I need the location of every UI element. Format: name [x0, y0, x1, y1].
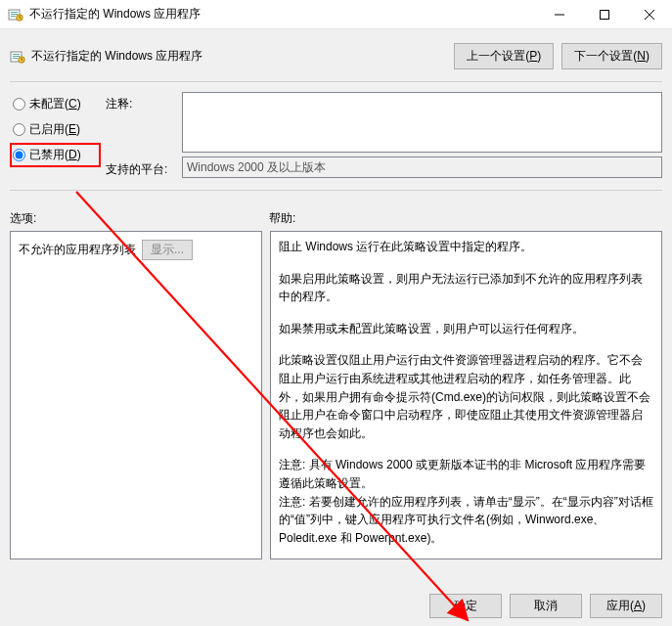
radio-enabled-label: 已启用(E) [29, 121, 80, 138]
help-panel[interactable]: 阻止 Windows 运行在此策略设置中指定的程序。 如果启用此策略设置，则用户… [270, 231, 662, 559]
minimize-icon [555, 10, 564, 20]
svg-rect-2 [11, 14, 18, 15]
config-row: 未配置(C) 已启用(E) 已禁用(D) 注释: 支持的平台: [0, 88, 672, 180]
policy-icon [10, 49, 25, 65]
radio-not-configured-label: 未配置(C) [29, 96, 81, 112]
highlight-box: 已禁用(D) [10, 143, 101, 167]
window-title: 不运行指定的 Windows 应用程序 [29, 6, 537, 22]
next-setting-button[interactable]: 下一个设置(N) [561, 43, 662, 69]
help-p1: 阻止 Windows 运行在此策略设置中指定的程序。 [279, 238, 653, 256]
help-p3: 如果禁用或未配置此策略设置，则用户可以运行任何程序。 [279, 320, 653, 338]
policy-title: 不运行指定的 Windows 应用程序 [10, 48, 446, 65]
field-column [182, 92, 662, 178]
svg-rect-1 [11, 12, 18, 13]
help-p6: 注意: 若要创建允许的应用程序列表，请单击“显示”。在“显示内容”对话框的“值”… [279, 493, 653, 548]
platform-label: 支持的平台: [106, 154, 174, 178]
radio-disabled-label: 已禁用(D) [29, 147, 81, 163]
dialog-content: 不运行指定的 Windows 应用程序 上一个设置(P) 下一个设置(N) 未配… [0, 29, 672, 626]
help-p4: 此策略设置仅阻止用户运行由文件资源管理器进程启动的程序。它不会阻止用户运行由系统… [279, 351, 653, 442]
divider [10, 81, 662, 82]
minimize-button[interactable] [537, 0, 582, 29]
close-button[interactable] [627, 0, 672, 29]
radio-disabled-input[interactable] [13, 149, 25, 161]
radio-group: 未配置(C) 已启用(E) 已禁用(D) [10, 92, 98, 178]
radio-not-configured[interactable]: 未配置(C) [13, 96, 98, 112]
policy-icon [8, 7, 23, 22]
maximize-icon [600, 10, 609, 20]
window-controls [537, 0, 672, 29]
titlebar: 不运行指定的 Windows 应用程序 [0, 0, 672, 29]
close-icon [645, 10, 654, 20]
help-label: 帮助: [269, 210, 295, 227]
radio-enabled-input[interactable] [13, 123, 25, 136]
comment-label: 注释: [106, 92, 174, 112]
radio-enabled[interactable]: 已启用(E) [13, 121, 98, 138]
radio-disabled[interactable]: 已禁用(D) [13, 147, 98, 163]
comment-textarea[interactable] [182, 92, 662, 153]
dialog-footer: 确定 取消 应用(A) [429, 594, 662, 618]
divider-2 [10, 190, 662, 191]
prev-setting-button[interactable]: 上一个设置(P) [454, 43, 554, 69]
label-column: 注释: 支持的平台: [106, 92, 174, 178]
options-label: 选项: [10, 210, 269, 227]
lower-panels: 不允许的应用程序列表 显示... 阻止 Windows 运行在此策略设置中指定的… [0, 231, 672, 559]
ok-button[interactable]: 确定 [429, 594, 502, 618]
radio-not-configured-input[interactable] [13, 98, 25, 111]
platform-textarea [182, 156, 662, 178]
svg-rect-7 [13, 54, 20, 55]
section-labels: 选项: 帮助: [0, 197, 672, 231]
disallowed-apps-label: 不允许的应用程序列表 [19, 242, 136, 258]
options-panel: 不允许的应用程序列表 显示... [10, 231, 262, 559]
svg-rect-5 [601, 10, 609, 19]
show-button[interactable]: 显示... [142, 240, 193, 260]
maximize-button[interactable] [582, 0, 627, 29]
policy-title-text: 不运行指定的 Windows 应用程序 [31, 48, 202, 65]
svg-rect-3 [11, 16, 16, 17]
svg-rect-9 [13, 58, 18, 59]
apply-button[interactable]: 应用(A) [590, 594, 662, 618]
help-p2: 如果启用此策略设置，则用户无法运行已添加到不允许的应用程序列表中的程序。 [279, 270, 653, 306]
header-row: 不运行指定的 Windows 应用程序 上一个设置(P) 下一个设置(N) [0, 29, 672, 75]
svg-rect-8 [13, 56, 20, 57]
help-p5: 注意: 具有 Windows 2000 或更新版本证书的非 Microsoft … [279, 456, 653, 492]
cancel-button[interactable]: 取消 [510, 594, 582, 618]
disallowed-apps-row: 不允许的应用程序列表 显示... [19, 240, 253, 260]
